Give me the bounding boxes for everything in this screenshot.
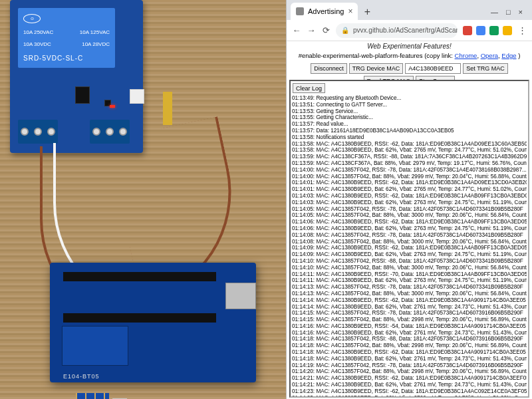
set-trg-button[interactable]: Set TRG MAC: [463, 63, 507, 74]
log-line: 01:13:55: Getting Characteristic...: [292, 114, 527, 121]
log-line: 01:14:21: MAC: A4C1380B9EED, RSSI: -62, …: [292, 375, 527, 382]
log-line: 01:14:23: MAC: A4C1380B9EED, Bat: 62%, V…: [292, 395, 527, 398]
log-line: 01:14:13: MAC: A4C13857F042, Bat: 88%, V…: [292, 291, 527, 297]
header-top: [63, 272, 216, 281]
log-line: 01:13:53: Getting Service...: [292, 108, 527, 115]
jumper-block: [163, 92, 172, 125]
link-edge[interactable]: Edge: [501, 52, 516, 59]
log-line: 01:14:10: MAC: A4C13857F042, Bat: 88%, V…: [292, 265, 527, 271]
relay-logo: ⊙: [23, 14, 41, 23]
log-line: 01:13:58: Notifications started: [292, 134, 527, 141]
window-maximize-icon[interactable]: □: [506, 8, 511, 16]
ext-icon-1[interactable]: [463, 26, 472, 35]
terminal-left: [18, 120, 58, 144]
log-line: 01:14:01: MAC: A4C1380B9EED, Bat: 62%, V…: [292, 186, 527, 193]
log-line: 01:13:51: Connecting to GATT Server...: [292, 102, 527, 108]
log-line: 01:14:00: MAC: A4C13857F042, RSSI: -78, …: [292, 167, 527, 174]
banner-title: Web Experimental Features!: [287, 41, 532, 51]
log-line: 01:14:14: MAC: A4C1380B9EED, RSSI: -62, …: [292, 297, 527, 304]
browser-menu-icon[interactable]: ⋮: [517, 26, 527, 35]
log-line: 01:14:09: MAC: A4C1380B9EED, Bat: 62%, V…: [292, 251, 527, 258]
log-line: 01:14:20: MAC: A4C13857F042, Bat: 88%, V…: [292, 368, 527, 375]
log-line: 01:13:59: MAC: A4C138CF367A, Bat: 88%, V…: [292, 160, 527, 167]
mac-input[interactable]: [405, 63, 461, 74]
ext-icon-3[interactable]: [489, 26, 499, 35]
trg-mac-label-button[interactable]: TRG Device MAC: [349, 63, 404, 74]
relay-chip: [75, 86, 90, 104]
log-line: 01:14:00: MAC: A4C13857F042, Bat: 88%, V…: [292, 174, 527, 180]
ext-icon-4[interactable]: [503, 26, 512, 35]
mcu-board: E104-BT05: [50, 263, 256, 382]
relay-model: SRD-5VDC-SL-C: [23, 53, 110, 62]
nav-back-icon[interactable]: ←: [292, 26, 301, 35]
relay-rating-2b: 10A 28VDC: [82, 41, 110, 47]
log-line: 01:14:18: MAC: A4C13857F042, Bat: 88%, V…: [292, 342, 527, 349]
window-minimize-icon[interactable]: —: [491, 8, 498, 16]
log-line: 01:13:57: Read value...: [292, 121, 527, 128]
log-line: 01:14:18: MAC: A4C1380B9EED, Bat: 62%, V…: [292, 356, 527, 362]
log-line: 01:14:16: MAC: A4C1380B9EED, Bat: 62%, V…: [292, 330, 527, 336]
tab-title: Advertising: [308, 7, 344, 15]
titlebar: Advertising × + — □ ×: [287, 0, 532, 20]
new-tab-button[interactable]: +: [360, 6, 374, 20]
log-line: 01:14:09: MAC: A4C1380B9EED, RSSI: -62, …: [292, 245, 527, 251]
log-body[interactable]: 01:13:49: Requesting any Bluetooth Devic…: [291, 95, 528, 398]
ext-icon-2[interactable]: [476, 26, 485, 35]
log-line: 01:14:11: MAC: A4C1380B9EED, Bat: 62%, V…: [292, 277, 527, 284]
log-line: 01:14:18: MAC: A4C1380B9EED, RSSI: -62, …: [292, 349, 527, 356]
flag-line: #enable-experimental-web-platform-featur…: [287, 51, 532, 62]
log-line: 01:14:19: MAC: A4C13857F042, RSSI: -78, …: [292, 362, 527, 369]
log-line: 01:13:58: MAC: A4C1380B9EED, Bat: 62%, V…: [292, 147, 527, 154]
browser-window: Advertising × + — □ × ← → ⟳ 🔒 pvvx.githu…: [286, 0, 532, 399]
log-line: 01:14:13: MAC: A4C13857F042, RSSI: -78, …: [292, 284, 527, 291]
log-line: 01:14:01: MAC: A4C1380B9EED, RSSI: -62, …: [292, 180, 527, 186]
nav-forward-icon[interactable]: →: [307, 26, 316, 35]
url-text: pvvx.github.io/AdScaner/trg/AdScaner...: [353, 27, 458, 34]
log-line: 01:14:06: MAC: A4C1380B9EED, Bat: 62%, V…: [292, 225, 527, 232]
relay-rating-2a: 10A 30VDC: [23, 41, 51, 47]
header-bottom: [63, 313, 216, 323]
relay-rating-1b: 10A 125VAC: [80, 29, 110, 35]
disconnect-button[interactable]: Disconnect: [311, 63, 347, 74]
log-line: 01:13:58: MAC: A4C1380B9EED, RSSI: -62, …: [292, 141, 527, 148]
clear-log-button[interactable]: Clear Log: [293, 83, 325, 93]
log-line: 01:14:16: MAC: A4C1380B9EED, RSSI: -54, …: [292, 323, 527, 330]
log-panel: Clear Log 01:13:49: Requesting any Bluet…: [289, 80, 529, 398]
log-line: 01:14:03: MAC: A4C1380B9EED, Bat: 62%, V…: [292, 200, 527, 206]
link-chrome[interactable]: Chrome: [455, 52, 477, 59]
log-line: 01:14:18: MAC: A4C13857F042, RSSI: -88, …: [292, 336, 527, 342]
favicon: [296, 7, 304, 15]
log-line: 01:14:05: MAC: A4C13857F042, RSSI: -78, …: [292, 206, 527, 213]
antenna-trace: [76, 393, 109, 399]
log-line: 01:14:08: MAC: A4C13857F042, RSSI: -78, …: [292, 232, 527, 239]
log-line: 01:14:10: MAC: A4C13857F042, RSSI: -88, …: [292, 258, 527, 265]
hardware-photo: ⊙ 10A 250VAC 10A 125VAC 10A 30VDC 10A 28…: [0, 0, 286, 399]
link-opera[interactable]: Opera: [481, 52, 498, 59]
log-line: 01:14:05: MAC: A4C13857F042, Bat: 88%, V…: [292, 212, 527, 219]
window-close-icon[interactable]: ×: [519, 8, 523, 16]
url-field[interactable]: 🔒 pvvx.github.io/AdScaner/trg/AdScaner..…: [336, 23, 458, 38]
log-line: 01:14:03: MAC: A4C1380B9EED, RSSI: -62, …: [292, 193, 527, 200]
relay-module: ⊙ 10A 250VAC 10A 125VAC 10A 30VDC 10A 28…: [10, 0, 143, 153]
usb-port: [225, 283, 256, 309]
mcu-silk: E104-BT05: [63, 373, 100, 380]
log-line: 01:13:49: Requesting any Bluetooth Devic…: [292, 95, 527, 102]
jst-connector: [130, 89, 144, 104]
log-line: 01:14:23: MAC: A4C1380B9EED, RSSI: -62, …: [292, 388, 527, 395]
log-line: 01:14:06: MAC: A4C1380B9EED, RSSI: -62, …: [292, 219, 527, 225]
log-line: 01:13:59: MAC: A4C138CF367A, RSSI: -88, …: [292, 154, 527, 160]
log-line: 01:14:11: MAC: A4C1380B9EED, RSSI: -70, …: [292, 271, 527, 278]
ble-module: [62, 326, 128, 366]
tab-close-icon[interactable]: ×: [348, 7, 352, 16]
browser-tab[interactable]: Advertising ×: [291, 3, 358, 20]
nav-reload-icon[interactable]: ⟳: [321, 26, 331, 35]
log-line: 01:14:15: MAC: A4C13857F042, Bat: 88%, V…: [292, 317, 527, 323]
log-line: 01:14:08: MAC: A4C13857F042, Bat: 88%, V…: [292, 239, 527, 245]
log-line: 01:14:15: MAC: A4C13857F042, RSSI: -78, …: [292, 310, 527, 317]
page-content: Web Experimental Features! #enable-exper…: [287, 41, 532, 399]
log-line: 01:14:14: MAC: A4C1380B9EED, Bat: 62%, V…: [292, 304, 527, 311]
extension-icons: [463, 26, 512, 35]
log-line: 01:13:57: Data: 12161A18ED9E0B38C1A4AB09…: [292, 128, 527, 134]
status-led: [110, 105, 115, 108]
lock-icon: 🔒: [341, 27, 349, 34]
